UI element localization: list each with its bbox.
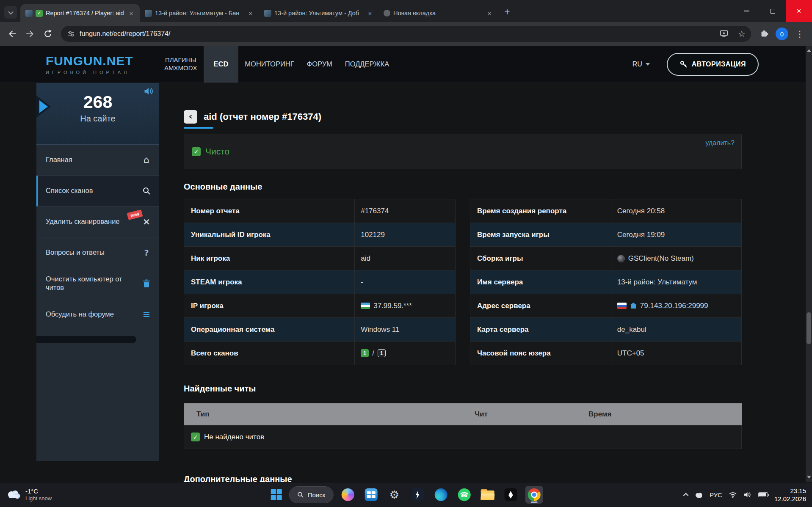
sound-toggle-icon[interactable] bbox=[144, 87, 154, 97]
start-button[interactable] bbox=[269, 488, 284, 502]
key-icon bbox=[679, 60, 688, 68]
screen: ✓Report #176374 / Player: aid×13-й район… bbox=[0, 0, 812, 507]
value-text: - bbox=[361, 278, 363, 287]
install-app-button[interactable] bbox=[717, 27, 731, 41]
extensions-button[interactable] bbox=[756, 26, 772, 42]
back-to-list-button[interactable]: ‹ bbox=[184, 110, 197, 124]
sidebar-item-home[interactable]: Главная⌂ bbox=[36, 145, 159, 176]
uzbekistan-flag-icon bbox=[361, 303, 370, 309]
browser-tab[interactable]: 13-й район: Ультиматум - Доб× bbox=[259, 4, 378, 22]
row-label: Сборка игры bbox=[470, 247, 611, 270]
keyboard-language[interactable]: РУС bbox=[710, 491, 722, 499]
microsoft-store-icon[interactable] bbox=[362, 486, 380, 504]
login-button[interactable]: АВТОРИЗАЦИЯ bbox=[667, 53, 759, 76]
row-value: Windows 11 bbox=[355, 318, 455, 341]
row-label: Время запуска игры bbox=[470, 223, 611, 246]
left-data-table: Номер отчета#176374Уникальный ID игрока1… bbox=[184, 199, 456, 365]
file-explorer-icon[interactable] bbox=[478, 486, 496, 504]
back-button[interactable] bbox=[4, 26, 20, 42]
copilot-icon[interactable] bbox=[339, 486, 356, 504]
omnibox[interactable]: fungun.net/ecd/report/176374/ ☆ bbox=[61, 26, 751, 42]
russia-flag-icon bbox=[617, 303, 627, 309]
sidebar-item-delete-scan[interactable]: Удалить сканированиеnew× bbox=[36, 207, 159, 237]
reload-button[interactable] bbox=[40, 26, 56, 42]
chrome-icon[interactable] bbox=[525, 486, 543, 504]
onedrive-cloud-icon[interactable] bbox=[695, 492, 703, 498]
delete-report-link[interactable]: удалить? bbox=[705, 139, 735, 147]
nav-item-monitoring[interactable]: МОНИТОРИНГ bbox=[238, 46, 300, 83]
browser-tab[interactable]: 13-й район: Ультиматум - Бан× bbox=[140, 4, 259, 22]
tab-close-icon[interactable]: × bbox=[127, 9, 135, 17]
forward-button[interactable] bbox=[22, 26, 38, 42]
status-label: Чисто bbox=[205, 146, 229, 157]
nav-item-label: ПЛАГИНЫ bbox=[165, 56, 196, 64]
settings-icon[interactable]: ⚙ bbox=[385, 486, 403, 504]
tab-favicon bbox=[145, 10, 152, 17]
site-logo[interactable]: FUNGUN.NET ИГРОВОЙ ПОРТАЛ bbox=[46, 54, 145, 75]
sidebar-item-clean-pc[interactable]: Очистить компьютер от читов bbox=[36, 268, 159, 299]
clean-check-icon: ✓ bbox=[191, 433, 200, 441]
taskbar-weather-widget[interactable]: -1°C Light snow bbox=[0, 488, 89, 502]
scrollbar-thumb[interactable] bbox=[806, 312, 811, 344]
table-row: Номер отчета#176374 bbox=[184, 199, 455, 223]
new-tab-button[interactable]: + bbox=[500, 4, 515, 19]
maximize-button[interactable] bbox=[760, 0, 786, 22]
wifi-icon[interactable] bbox=[729, 492, 737, 498]
tab-close-icon[interactable]: × bbox=[366, 9, 374, 17]
row-label: Имя сервера bbox=[470, 270, 611, 294]
row-label: Номер отчета bbox=[184, 199, 355, 223]
close-button[interactable]: × bbox=[786, 0, 812, 22]
row-label: Всего сканов bbox=[184, 342, 355, 365]
battery-icon[interactable] bbox=[758, 492, 768, 497]
nav-item-forum[interactable]: ФОРУМ bbox=[301, 46, 339, 83]
minimize-button[interactable] bbox=[733, 0, 760, 22]
taskbar-clock[interactable]: 23:15 12.02.2026 bbox=[774, 487, 806, 503]
site-settings-icon[interactable] bbox=[67, 30, 75, 38]
browser-menu-button[interactable]: ⋮ bbox=[792, 26, 808, 42]
value-text: de_kabul bbox=[617, 325, 646, 334]
page-scrollbar[interactable] bbox=[806, 46, 812, 507]
language-label: RU bbox=[632, 61, 642, 68]
online-counter: 268 На сайте bbox=[36, 83, 159, 145]
profile-avatar[interactable]: 0 bbox=[776, 28, 788, 40]
nav-item-support[interactable]: ПОДДЕРЖКА bbox=[339, 46, 395, 83]
row-value: aid bbox=[355, 247, 455, 270]
dark-app-icon[interactable] bbox=[409, 486, 426, 504]
tray-overflow-chevron-icon[interactable] bbox=[683, 493, 689, 498]
edge-icon[interactable] bbox=[432, 486, 450, 504]
sidebar-item-faq[interactable]: Вопросы и ответы? bbox=[36, 237, 159, 268]
scroll-down-button[interactable] bbox=[806, 474, 812, 480]
whatsapp-icon[interactable]: ☎ bbox=[455, 486, 473, 504]
language-select[interactable]: RU bbox=[632, 61, 650, 68]
bookmark-star-button[interactable]: ☆ bbox=[735, 27, 748, 41]
scroll-up-button[interactable] bbox=[806, 47, 812, 54]
nav-item-plugins[interactable]: ПЛАГИНЫAMXMODX bbox=[158, 46, 204, 83]
login-button-label: АВТОРИЗАЦИЯ bbox=[692, 61, 746, 68]
arrow-right-icon bbox=[36, 96, 52, 118]
table-row: STEAM игрока- bbox=[184, 270, 455, 294]
cheats-col-time: Время bbox=[588, 410, 742, 419]
close-icon: × bbox=[141, 216, 152, 227]
row-label: Адрес сервера bbox=[470, 294, 611, 317]
sidebar-item-scan-list[interactable]: Список сканов bbox=[36, 176, 159, 207]
cheats-col-type: Тип bbox=[184, 410, 475, 419]
nav-item-ecd[interactable]: ECD bbox=[204, 46, 239, 83]
row-value: 102129 bbox=[355, 223, 455, 246]
table-row: Время запуска игрыСегодня 19:09 bbox=[470, 223, 741, 247]
tab-strip: ✓Report #176374 / Player: aid×13-й район… bbox=[0, 0, 812, 22]
site-page: FUNGUN.NET ИГРОВОЙ ПОРТАЛ ПЛАГИНЫAMXMODX… bbox=[0, 46, 812, 507]
tab-search-button[interactable] bbox=[4, 6, 17, 19]
table-row: Имя сервера13-й район: Ультиматум bbox=[470, 270, 741, 294]
tab-close-icon[interactable]: × bbox=[485, 9, 494, 17]
black-app-icon[interactable] bbox=[502, 486, 519, 504]
url-text[interactable]: fungun.net/ecd/report/176374/ bbox=[80, 30, 170, 38]
tab-favicon bbox=[264, 10, 271, 17]
sidebar-item-label: Удалить сканирование bbox=[46, 218, 138, 226]
table-row: Адрес сервера79.143.20.196:29999 bbox=[470, 294, 741, 318]
browser-tab[interactable]: Новая вкладка× bbox=[378, 4, 498, 22]
taskbar-search[interactable]: Поиск bbox=[289, 486, 334, 503]
tab-close-icon[interactable]: × bbox=[246, 9, 255, 17]
volume-icon[interactable] bbox=[743, 491, 752, 498]
sidebar-item-forum[interactable]: Обсудить на форуме≡ bbox=[36, 299, 159, 330]
browser-tab[interactable]: ✓Report #176374 / Player: aid× bbox=[20, 4, 140, 22]
